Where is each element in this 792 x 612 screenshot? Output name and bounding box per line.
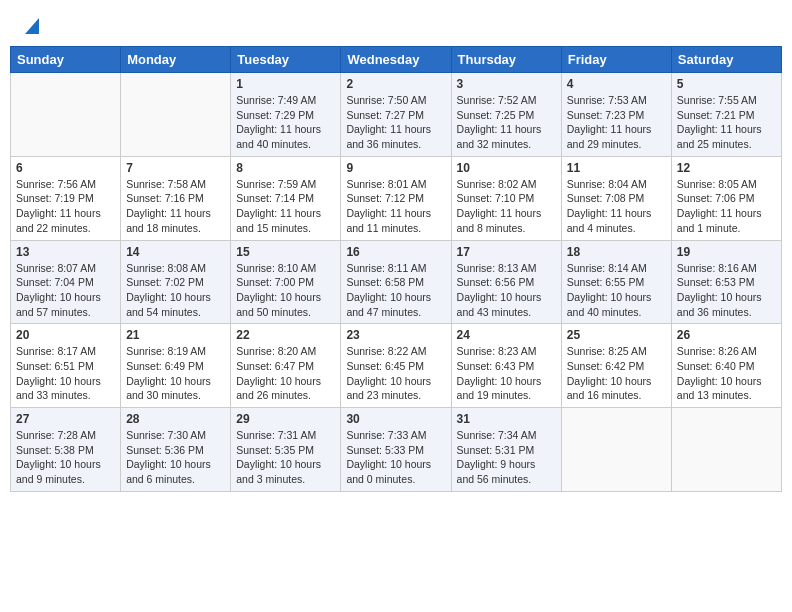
day-number: 29	[236, 412, 335, 426]
calendar-cell: 24Sunrise: 8:23 AMSunset: 6:43 PMDayligh…	[451, 324, 561, 408]
daylight-text: Daylight: 11 hours and 36 minutes.	[346, 122, 445, 151]
day-number: 5	[677, 77, 776, 91]
sunset-text: Sunset: 7:27 PM	[346, 108, 445, 123]
daylight-text: Daylight: 9 hours and 56 minutes.	[457, 457, 556, 486]
sunrise-text: Sunrise: 7:34 AM	[457, 428, 556, 443]
sunset-text: Sunset: 5:35 PM	[236, 443, 335, 458]
logo-triangle-icon	[21, 16, 39, 34]
day-number: 1	[236, 77, 335, 91]
sunrise-text: Sunrise: 8:22 AM	[346, 344, 445, 359]
day-info: Sunrise: 8:10 AMSunset: 7:00 PMDaylight:…	[236, 261, 335, 320]
calendar-cell: 21Sunrise: 8:19 AMSunset: 6:49 PMDayligh…	[121, 324, 231, 408]
sunset-text: Sunset: 6:45 PM	[346, 359, 445, 374]
day-number: 19	[677, 245, 776, 259]
sunrise-text: Sunrise: 8:02 AM	[457, 177, 556, 192]
calendar-week-row: 1Sunrise: 7:49 AMSunset: 7:29 PMDaylight…	[11, 73, 782, 157]
day-number: 23	[346, 328, 445, 342]
day-number: 11	[567, 161, 666, 175]
day-number: 17	[457, 245, 556, 259]
day-info: Sunrise: 8:19 AMSunset: 6:49 PMDaylight:…	[126, 344, 225, 403]
day-info: Sunrise: 7:31 AMSunset: 5:35 PMDaylight:…	[236, 428, 335, 487]
svg-marker-0	[25, 18, 39, 34]
sunset-text: Sunset: 7:12 PM	[346, 191, 445, 206]
calendar-cell	[11, 73, 121, 157]
sunrise-text: Sunrise: 8:05 AM	[677, 177, 776, 192]
calendar-header-row: SundayMondayTuesdayWednesdayThursdayFrid…	[11, 47, 782, 73]
day-info: Sunrise: 7:55 AMSunset: 7:21 PMDaylight:…	[677, 93, 776, 152]
daylight-text: Daylight: 10 hours and 0 minutes.	[346, 457, 445, 486]
day-number: 27	[16, 412, 115, 426]
calendar-cell: 9Sunrise: 8:01 AMSunset: 7:12 PMDaylight…	[341, 156, 451, 240]
calendar-cell: 6Sunrise: 7:56 AMSunset: 7:19 PMDaylight…	[11, 156, 121, 240]
day-info: Sunrise: 7:56 AMSunset: 7:19 PMDaylight:…	[16, 177, 115, 236]
day-number: 7	[126, 161, 225, 175]
day-number: 4	[567, 77, 666, 91]
sunset-text: Sunset: 7:10 PM	[457, 191, 556, 206]
day-info: Sunrise: 8:14 AMSunset: 6:55 PMDaylight:…	[567, 261, 666, 320]
calendar-week-row: 20Sunrise: 8:17 AMSunset: 6:51 PMDayligh…	[11, 324, 782, 408]
calendar-cell: 13Sunrise: 8:07 AMSunset: 7:04 PMDayligh…	[11, 240, 121, 324]
sunset-text: Sunset: 7:08 PM	[567, 191, 666, 206]
daylight-text: Daylight: 10 hours and 6 minutes.	[126, 457, 225, 486]
sunrise-text: Sunrise: 7:49 AM	[236, 93, 335, 108]
day-number: 9	[346, 161, 445, 175]
day-info: Sunrise: 7:53 AMSunset: 7:23 PMDaylight:…	[567, 93, 666, 152]
sunset-text: Sunset: 7:04 PM	[16, 275, 115, 290]
daylight-text: Daylight: 11 hours and 25 minutes.	[677, 122, 776, 151]
day-info: Sunrise: 8:01 AMSunset: 7:12 PMDaylight:…	[346, 177, 445, 236]
sunrise-text: Sunrise: 7:53 AM	[567, 93, 666, 108]
calendar-cell: 11Sunrise: 8:04 AMSunset: 7:08 PMDayligh…	[561, 156, 671, 240]
day-info: Sunrise: 8:25 AMSunset: 6:42 PMDaylight:…	[567, 344, 666, 403]
calendar-cell	[561, 408, 671, 492]
calendar-cell: 4Sunrise: 7:53 AMSunset: 7:23 PMDaylight…	[561, 73, 671, 157]
daylight-text: Daylight: 11 hours and 22 minutes.	[16, 206, 115, 235]
calendar-cell: 17Sunrise: 8:13 AMSunset: 6:56 PMDayligh…	[451, 240, 561, 324]
calendar-cell: 12Sunrise: 8:05 AMSunset: 7:06 PMDayligh…	[671, 156, 781, 240]
day-number: 31	[457, 412, 556, 426]
sunrise-text: Sunrise: 8:01 AM	[346, 177, 445, 192]
weekday-header: Saturday	[671, 47, 781, 73]
day-info: Sunrise: 7:59 AMSunset: 7:14 PMDaylight:…	[236, 177, 335, 236]
day-number: 28	[126, 412, 225, 426]
day-number: 30	[346, 412, 445, 426]
sunset-text: Sunset: 6:47 PM	[236, 359, 335, 374]
day-info: Sunrise: 8:11 AMSunset: 6:58 PMDaylight:…	[346, 261, 445, 320]
calendar-cell: 31Sunrise: 7:34 AMSunset: 5:31 PMDayligh…	[451, 408, 561, 492]
calendar-cell: 29Sunrise: 7:31 AMSunset: 5:35 PMDayligh…	[231, 408, 341, 492]
sunrise-text: Sunrise: 8:16 AM	[677, 261, 776, 276]
daylight-text: Daylight: 10 hours and 3 minutes.	[236, 457, 335, 486]
sunrise-text: Sunrise: 7:56 AM	[16, 177, 115, 192]
sunrise-text: Sunrise: 7:52 AM	[457, 93, 556, 108]
sunrise-text: Sunrise: 7:33 AM	[346, 428, 445, 443]
sunrise-text: Sunrise: 8:26 AM	[677, 344, 776, 359]
sunset-text: Sunset: 5:31 PM	[457, 443, 556, 458]
calendar-cell: 15Sunrise: 8:10 AMSunset: 7:00 PMDayligh…	[231, 240, 341, 324]
daylight-text: Daylight: 11 hours and 40 minutes.	[236, 122, 335, 151]
day-info: Sunrise: 8:22 AMSunset: 6:45 PMDaylight:…	[346, 344, 445, 403]
sunset-text: Sunset: 6:51 PM	[16, 359, 115, 374]
sunset-text: Sunset: 6:42 PM	[567, 359, 666, 374]
day-info: Sunrise: 8:20 AMSunset: 6:47 PMDaylight:…	[236, 344, 335, 403]
sunrise-text: Sunrise: 8:25 AM	[567, 344, 666, 359]
sunrise-text: Sunrise: 7:50 AM	[346, 93, 445, 108]
weekday-header: Sunday	[11, 47, 121, 73]
sunrise-text: Sunrise: 7:30 AM	[126, 428, 225, 443]
daylight-text: Daylight: 10 hours and 19 minutes.	[457, 374, 556, 403]
day-info: Sunrise: 8:13 AMSunset: 6:56 PMDaylight:…	[457, 261, 556, 320]
day-info: Sunrise: 8:04 AMSunset: 7:08 PMDaylight:…	[567, 177, 666, 236]
day-info: Sunrise: 7:33 AMSunset: 5:33 PMDaylight:…	[346, 428, 445, 487]
day-number: 22	[236, 328, 335, 342]
calendar-cell: 22Sunrise: 8:20 AMSunset: 6:47 PMDayligh…	[231, 324, 341, 408]
sunset-text: Sunset: 6:49 PM	[126, 359, 225, 374]
calendar-cell: 16Sunrise: 8:11 AMSunset: 6:58 PMDayligh…	[341, 240, 451, 324]
day-info: Sunrise: 8:07 AMSunset: 7:04 PMDaylight:…	[16, 261, 115, 320]
day-number: 2	[346, 77, 445, 91]
daylight-text: Daylight: 11 hours and 18 minutes.	[126, 206, 225, 235]
sunset-text: Sunset: 7:16 PM	[126, 191, 225, 206]
day-info: Sunrise: 8:26 AMSunset: 6:40 PMDaylight:…	[677, 344, 776, 403]
daylight-text: Daylight: 11 hours and 1 minute.	[677, 206, 776, 235]
sunset-text: Sunset: 7:29 PM	[236, 108, 335, 123]
daylight-text: Daylight: 10 hours and 33 minutes.	[16, 374, 115, 403]
sunrise-text: Sunrise: 7:31 AM	[236, 428, 335, 443]
calendar-cell: 3Sunrise: 7:52 AMSunset: 7:25 PMDaylight…	[451, 73, 561, 157]
